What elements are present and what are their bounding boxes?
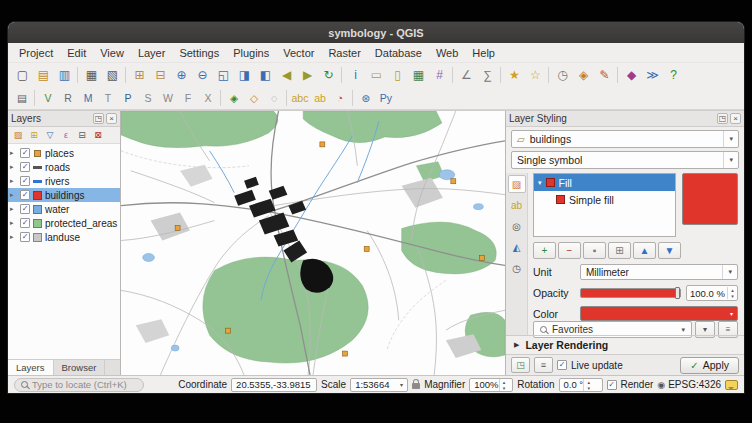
layer-row[interactable]: ▸ ✓ landuse	[8, 230, 120, 244]
spin-arrows-icon[interactable]: ▴▾	[727, 287, 737, 299]
layer-visibility-checkbox[interactable]: ✓	[20, 204, 30, 214]
toolbar-separator[interactable]	[450, 66, 456, 84]
symbol-tree-item-fill[interactable]: ▾ Fill	[534, 174, 675, 191]
slider-handle[interactable]	[675, 287, 680, 299]
layer-visibility-checkbox[interactable]: ✓	[20, 176, 30, 186]
menu-item[interactable]: Layer	[131, 45, 173, 61]
expand-arrow-icon[interactable]: ▸	[10, 233, 17, 241]
panel-tab[interactable]: Browser	[54, 360, 106, 375]
titlebar[interactable]: symbology - QGIS	[8, 22, 744, 43]
rotation-spinbox[interactable]: 0.0 ° ▴▾	[559, 378, 603, 392]
menu-item[interactable]: Project	[12, 45, 60, 61]
new-print-layout-icon[interactable]: ▦	[81, 65, 102, 85]
close-panel-icon[interactable]: ×	[106, 113, 117, 124]
new-shapefile-layer-icon[interactable]: ◇	[244, 89, 264, 107]
layer-visibility-checkbox[interactable]: ✓	[20, 148, 30, 158]
style-history-button[interactable]: ◳	[511, 357, 530, 373]
expand-arrow-icon[interactable]: ▸	[10, 177, 17, 185]
toolbar-separator[interactable]	[218, 89, 224, 107]
show-bookmarks-icon[interactable]: ☆	[525, 65, 546, 85]
scale-combo[interactable]: 1:53664 ▾	[350, 378, 408, 392]
menu-item[interactable]: Settings	[172, 45, 226, 61]
data-source-manager-icon[interactable]: ▤	[12, 89, 32, 107]
layer-row[interactable]: ▸ ✓ protected_areas	[8, 216, 120, 230]
toolbar-separator[interactable]	[350, 89, 356, 107]
move-symbol-up-button[interactable]: ▲	[633, 242, 656, 259]
layout-manager-icon[interactable]: ▧	[102, 65, 123, 85]
toolbar-separator[interactable]	[123, 66, 129, 84]
open-attribute-table-icon[interactable]: ▦	[408, 65, 429, 85]
color-button[interactable]: ▾	[580, 306, 738, 321]
statistical-summary-icon[interactable]: ∑	[477, 65, 498, 85]
deselect-features-icon[interactable]: ▯	[387, 65, 408, 85]
add-delimited-text-icon[interactable]: T	[98, 89, 118, 107]
toolbar-separator[interactable]	[498, 66, 504, 84]
map-canvas[interactable]	[121, 111, 505, 375]
expand-arrow-icon[interactable]: ▸	[10, 219, 17, 227]
pan-map-icon[interactable]: ⊞	[129, 65, 150, 85]
add-raster-layer-icon[interactable]: R	[58, 89, 78, 107]
layer-row[interactable]: ▸ ✓ buildings	[8, 188, 120, 202]
toolbar-separator[interactable]	[32, 89, 38, 107]
apply-button[interactable]: ✓ Apply	[680, 357, 739, 374]
layer-row[interactable]: ▸ ✓ rivers	[8, 174, 120, 188]
zoom-next-icon[interactable]: ▶	[297, 65, 318, 85]
symbology-tab[interactable]: ▨	[508, 175, 526, 193]
history-tab[interactable]: ◷	[508, 259, 526, 277]
layer-row[interactable]: ▸ ✓ places	[8, 146, 120, 160]
toolbar-separator[interactable]	[615, 66, 621, 84]
python-icon[interactable]: Py	[376, 89, 396, 107]
mask-tab[interactable]: ◎	[508, 217, 526, 235]
add-vector-layer-icon[interactable]: V	[38, 89, 58, 107]
unit-combo[interactable]: Millimeter ▾	[580, 264, 738, 280]
undock-panel-icon[interactable]: ◳	[93, 113, 104, 124]
filter-expression-icon[interactable]: ε	[58, 128, 74, 143]
new-temporary-scratch-layer-icon[interactable]: ◌	[264, 89, 284, 107]
expand-arrow-icon[interactable]: ▸	[10, 149, 17, 157]
map-tips-icon[interactable]: ◈	[573, 65, 594, 85]
messages-icon[interactable]	[725, 380, 738, 390]
field-calculator-icon[interactable]: #	[429, 65, 450, 85]
refresh-map-icon[interactable]: ↻	[318, 65, 339, 85]
zoom-out-icon[interactable]: ⊖	[192, 65, 213, 85]
menu-item[interactable]: Vector	[276, 45, 321, 61]
label-options-icon[interactable]: ab	[310, 89, 330, 107]
live-update-checkbox[interactable]: ✓	[557, 360, 567, 370]
help-icon[interactable]: ?	[663, 65, 684, 85]
duplicate-symbol-layer-button[interactable]: ⊞	[608, 242, 631, 259]
layer-row[interactable]: ▸ ✓ water	[8, 202, 120, 216]
spin-arrows-icon[interactable]: ▴▾	[499, 379, 509, 391]
new-geopackage-layer-icon[interactable]: ◈	[224, 89, 244, 107]
identify-features-icon[interactable]: i	[345, 65, 366, 85]
save-project-icon[interactable]: ▥	[54, 65, 75, 85]
zoom-full-icon[interactable]: ◱	[213, 65, 234, 85]
add-vector-tile-icon[interactable]: X	[198, 89, 218, 107]
zoom-last-icon[interactable]: ◀	[276, 65, 297, 85]
open-project-icon[interactable]: ▤	[33, 65, 54, 85]
menu-item[interactable]: Help	[465, 45, 502, 61]
menu-item[interactable]: Edit	[60, 45, 93, 61]
symbol-tree-item-simple-fill[interactable]: Simple fill	[534, 191, 675, 208]
move-symbol-down-button[interactable]: ▼	[658, 242, 681, 259]
expand-all-icon[interactable]: ⊟	[74, 128, 90, 143]
opacity-slider[interactable]	[580, 288, 681, 298]
toolbar-separator[interactable]	[75, 66, 81, 84]
new-bookmark-icon[interactable]: ★	[504, 65, 525, 85]
diagram-options-icon[interactable]: ◔	[330, 89, 350, 107]
add-wms-icon[interactable]: W	[158, 89, 178, 107]
toolbar-separator[interactable]	[546, 66, 552, 84]
zoom-to-layer-icon[interactable]: ◧	[255, 65, 276, 85]
expand-arrow-icon[interactable]: ▸	[10, 163, 17, 171]
undock-panel-icon[interactable]: ◳	[717, 113, 728, 124]
add-postgis-icon[interactable]: P	[118, 89, 138, 107]
panel-options-button[interactable]: ≡	[534, 357, 553, 373]
opacity-spinbox[interactable]: 100.0 % ▴▾	[686, 285, 738, 301]
python-console-icon[interactable]: ≫	[642, 65, 663, 85]
coordinate-field[interactable]: 20.5355,-33.9815	[231, 378, 317, 392]
lock-color-button[interactable]: ▪	[583, 242, 606, 259]
menu-item[interactable]: Web	[429, 45, 465, 61]
toolbar-separator[interactable]	[284, 89, 290, 107]
zoom-in-icon[interactable]: ⊕	[171, 65, 192, 85]
locate-input[interactable]: Type to locate (Ctrl+K)	[14, 378, 144, 392]
layer-visibility-checkbox[interactable]: ✓	[20, 218, 30, 228]
